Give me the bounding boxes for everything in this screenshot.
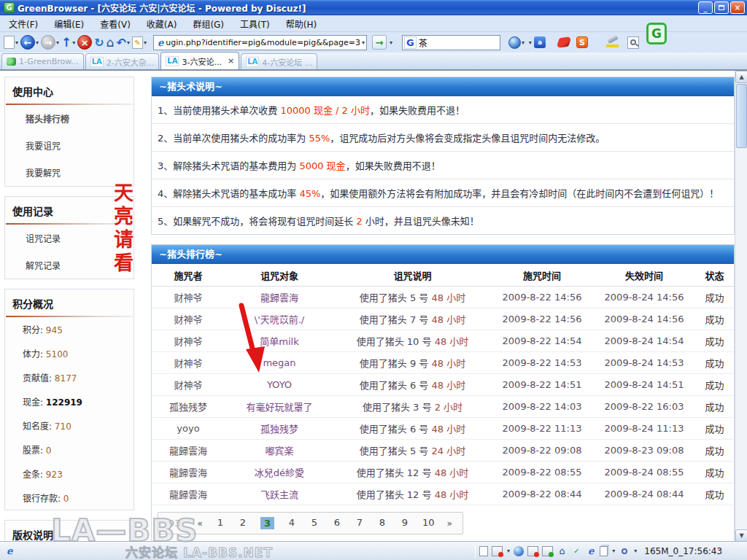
table-column-header[interactable]: 施咒时间: [491, 268, 593, 282]
popup-blocker-icon[interactable]: [492, 546, 503, 556]
proxy-icon[interactable]: a: [534, 36, 546, 48]
form-fill-button[interactable]: ✎▾: [132, 36, 147, 49]
offline-globe-icon[interactable]: [514, 546, 524, 556]
pagination-page[interactable]: 1: [215, 517, 225, 529]
tab[interactable]: LA 2-六安大杂...: [85, 53, 160, 69]
table-column-header[interactable]: 失效时间: [593, 268, 695, 282]
security-check-icon[interactable]: ✓: [571, 546, 582, 556]
tab[interactable]: LA 3-六安论... ×: [160, 52, 239, 69]
back-button[interactable]: ←▾: [20, 35, 39, 50]
new-page-button[interactable]: ▾: [4, 36, 18, 49]
sidebar-stat: 现金: 122919: [5, 389, 133, 413]
chevron-down-icon[interactable]: ▾: [634, 548, 637, 554]
sogou-icon[interactable]: S: [576, 36, 588, 48]
chevron-down-icon[interactable]: ▾: [144, 39, 147, 46]
chevron-down-icon[interactable]: ▾: [522, 39, 525, 46]
tab[interactable]: LA 4-六安论坛 ...: [241, 53, 317, 69]
chevron-down-icon[interactable]: ▾: [36, 39, 39, 46]
chevron-down-icon[interactable]: ▾: [56, 39, 59, 46]
table-column-header[interactable]: 诅咒对象: [225, 268, 334, 282]
restore-button[interactable]: [714, 1, 729, 14]
zoom-icon[interactable]: [619, 546, 630, 556]
scrollbar-thumb[interactable]: [736, 84, 747, 148]
pagination-page[interactable]: 2: [238, 517, 248, 529]
pagination-page[interactable]: 7: [355, 517, 365, 529]
caster-cell[interactable]: 财神爷: [152, 378, 225, 392]
vertical-scrollbar[interactable]: ▲ ▼: [735, 71, 747, 542]
refresh-button[interactable]: ↻: [94, 36, 104, 50]
home-upload-icon[interactable]: ⌂: [557, 546, 568, 556]
status-cell: 成功: [695, 290, 734, 304]
menu-item[interactable]: 工具(T): [240, 18, 270, 30]
menu-item[interactable]: 收藏(A): [147, 18, 177, 30]
pagination-prev[interactable]: «: [198, 518, 203, 529]
chevron-down-icon[interactable]: ▾: [507, 548, 510, 554]
home-button[interactable]: ⌂: [107, 35, 115, 50]
highlighter-icon[interactable]: [606, 36, 619, 48]
stop-button[interactable]: ×: [77, 35, 92, 50]
chevron-down-icon[interactable]: ▾: [72, 39, 75, 46]
caster-cell[interactable]: yoyo: [152, 423, 225, 434]
brush-icon[interactable]: [556, 36, 571, 48]
document-icon[interactable]: [479, 546, 488, 556]
address-bar[interactable]: e ▾: [153, 35, 367, 50]
caster-cell[interactable]: 财神爷: [152, 356, 225, 370]
caster-cell[interactable]: 孤独残梦: [152, 400, 225, 413]
menu-bar: 文件(F)编辑(E)查看(V)收藏(A)群组(G)工具(T)帮助(H): [0, 15, 747, 32]
target-cell[interactable]: 有毫好玩就罩了: [225, 400, 334, 413]
chevron-down-icon[interactable]: ▾: [15, 39, 18, 46]
target-cell[interactable]: 冰兒dé紾愛: [225, 465, 334, 479]
go-button[interactable]: →: [372, 35, 387, 50]
new-window-icon[interactable]: [542, 546, 553, 556]
target-cell[interactable]: 嘟宾楽: [225, 443, 334, 457]
search-dropdown-icon[interactable]: ▾: [529, 39, 532, 46]
minimize-button[interactable]: _: [698, 1, 713, 14]
table-column-header[interactable]: 施咒者: [152, 268, 225, 282]
pagination-page[interactable]: 8: [377, 517, 387, 529]
search-box[interactable]: G ▾: [402, 35, 500, 50]
tab-close-icon[interactable]: ×: [228, 56, 234, 66]
menu-item[interactable]: 帮助(H): [286, 18, 317, 30]
pagination-page[interactable]: 4: [287, 517, 297, 529]
scroll-down-icon[interactable]: ▼: [735, 529, 747, 542]
copy-pages-icon[interactable]: [600, 546, 608, 556]
pagination-page[interactable]: 6: [332, 517, 342, 529]
pagination-page[interactable]: 9: [400, 517, 410, 529]
target-cell[interactable]: 孤独残梦: [225, 421, 334, 435]
pagination-next[interactable]: »: [446, 518, 452, 529]
web-services-button[interactable]: ▾: [503, 36, 525, 49]
close-window-icon[interactable]: [527, 546, 538, 556]
caster-cell[interactable]: 财神爷: [152, 334, 225, 348]
new-page-icon: [4, 36, 15, 49]
pagination-page[interactable]: 3: [260, 517, 274, 529]
menu-item[interactable]: 编辑(E): [54, 18, 84, 30]
caster-cell[interactable]: 龍歸雲海: [152, 487, 225, 501]
caster-cell[interactable]: 龍歸雲海: [152, 465, 225, 479]
scroll-up-icon[interactable]: ▲: [735, 71, 747, 83]
address-input[interactable]: [166, 38, 361, 47]
tab[interactable]: 1-GreenBrow...: [1, 53, 84, 69]
sidebar-link[interactable]: 我要诅咒: [5, 132, 133, 159]
menu-item[interactable]: 查看(V): [100, 18, 131, 30]
caster-cell[interactable]: 财神爷: [152, 290, 225, 304]
target-cell[interactable]: 飞跃主流: [225, 487, 334, 501]
back-icon: ←: [20, 35, 35, 50]
pagination-page[interactable]: 5: [309, 517, 320, 529]
chevron-down-icon[interactable]: ▾: [127, 39, 130, 46]
chevron-down-icon[interactable]: ▾: [390, 39, 392, 46]
caster-cell[interactable]: 龍歸雲海: [152, 443, 225, 457]
table-column-header[interactable]: 状态: [695, 268, 734, 282]
close-button[interactable]: ×: [730, 1, 745, 14]
up-button[interactable]: ↑▾: [61, 35, 75, 50]
menu-item[interactable]: 群组(G): [193, 18, 224, 30]
table-column-header[interactable]: 诅咒说明: [334, 268, 491, 282]
undo-button[interactable]: ↶▾: [117, 36, 130, 50]
pagination-page[interactable]: 10: [422, 517, 435, 529]
address-dropdown-icon[interactable]: ▾: [362, 39, 365, 46]
caster-cell[interactable]: 财神爷: [152, 312, 225, 326]
chevron-down-icon[interactable]: ▾: [612, 548, 615, 554]
forward-button[interactable]: →▾: [41, 35, 59, 50]
page-zoom-icon[interactable]: [627, 36, 639, 49]
menu-item[interactable]: 文件(F): [9, 18, 38, 30]
sidebar-link[interactable]: 猪头排行榜: [5, 105, 133, 132]
